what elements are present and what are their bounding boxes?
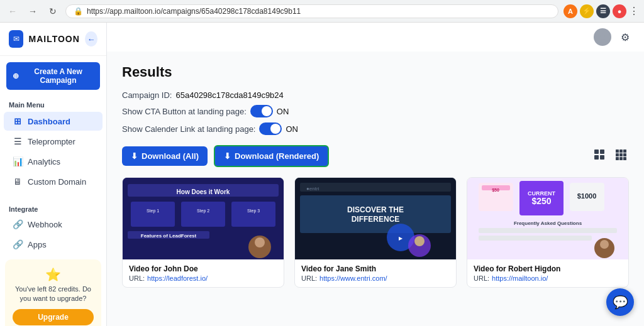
user-avatar[interactable] — [594, 28, 611, 46]
card-title-1: Video for Jane Smith — [301, 264, 450, 273]
result-card-0: How Does it Work Step 1 Step 2 Step 3 Fe… — [122, 177, 284, 288]
browser-chrome: ← → ↻ 🔒 https://app.mailtoon.io/campaign… — [0, 0, 644, 23]
card-url-value-1: https://www.entri.com/ — [319, 274, 387, 282]
svg-text:$250: $250 — [531, 196, 551, 206]
svg-point-1 — [599, 39, 606, 43]
svg-rect-49 — [479, 236, 592, 241]
url-text: https://app.mailtoon.io/campaigns/65a402… — [87, 7, 301, 16]
cta-toggle-switch[interactable] — [250, 105, 273, 117]
svg-rect-11 — [623, 153, 626, 156]
card-thumbnail-0: How Does it Work Step 1 Step 2 Step 3 Fe… — [123, 178, 284, 259]
main-menu-title: Main Menu — [0, 96, 106, 111]
svg-text:DIFFERENCE: DIFFERENCE — [352, 215, 400, 224]
integrate-title: Integrate — [0, 202, 106, 214]
upgrade-button[interactable]: Upgrade — [13, 309, 94, 325]
campaign-id-value: 65a40298c178cda8149c9b24 — [175, 90, 283, 100]
apps-icon: 🔗 — [13, 239, 23, 249]
sidebar-item-teleprompter-label: Teleprompter — [28, 137, 75, 146]
address-bar[interactable]: 🔒 https://app.mailtoon.io/campaigns/65a4… — [65, 4, 558, 18]
card-url-label-0: URL: — [129, 274, 145, 282]
card-url-row-0: URL: https://leadforest.io/ — [129, 274, 277, 282]
teleprompter-icon: ☰ — [13, 136, 23, 146]
svg-point-51 — [600, 240, 609, 249]
sidebar-item-teleprompter[interactable]: ☰ Teleprompter — [4, 132, 103, 151]
svg-rect-18 — [131, 202, 175, 227]
sidebar-item-dashboard-label: Dashboard — [28, 117, 70, 126]
ext-icon-b[interactable]: ⚡ — [580, 4, 594, 18]
plus-icon: ⊕ — [13, 72, 19, 80]
card-info-2: Video for Robert Higdon URL: https://mai… — [467, 259, 628, 287]
card-url-value-2: https://mailtoon.io/ — [492, 274, 548, 282]
svg-rect-4 — [594, 155, 599, 160]
create-campaign-button[interactable]: ⊕ Create A New Campaign — [6, 62, 100, 90]
cal-toggle-label: ON — [286, 124, 298, 134]
card-thumbnail-1: ●entri DISCOVER THE DIFFERENCE ▶ — [295, 178, 456, 259]
svg-rect-7 — [619, 149, 623, 153]
download-rendered-icon: ⬇ — [224, 151, 231, 161]
svg-text:Frequently Asked Questions: Frequently Asked Questions — [514, 220, 582, 226]
custom-domain-icon: 🖥 — [13, 177, 23, 187]
main-content: Results Campaign ID: 65a40298c178cda8149… — [107, 52, 644, 326]
app-layout: ✉ MAILTOON ← ⊕ Create A New Campaign Mai… — [0, 23, 644, 326]
svg-rect-31 — [300, 195, 451, 233]
svg-rect-48 — [479, 228, 617, 233]
upgrade-star-icon: ⭐ — [13, 267, 94, 282]
grid-icon — [594, 149, 605, 160]
download-all-button[interactable]: ⬇ Download (All) — [122, 146, 208, 166]
svg-rect-9 — [616, 153, 619, 156]
sidebar-item-webhook[interactable]: 🔗 Webhook — [4, 215, 103, 234]
top-header: ⚙ — [107, 23, 644, 52]
card-url-label-1: URL: — [301, 274, 317, 282]
svg-rect-12 — [616, 157, 619, 160]
ext-icon-d[interactable]: ● — [613, 4, 626, 18]
download-all-label: Download (All) — [142, 151, 199, 161]
sidebar-item-custom-domain[interactable]: 🖥 Custom Domain — [4, 172, 103, 191]
download-rendered-label: Download (Rendered) — [235, 151, 319, 161]
svg-rect-10 — [619, 153, 623, 156]
sidebar-item-analytics[interactable]: 📊 Analytics — [4, 152, 103, 171]
ext-icon-c[interactable]: ☰ — [596, 4, 610, 18]
download-rendered-button[interactable]: ⬇ Download (Rendered) — [214, 145, 329, 167]
logo-text: MAILTOON — [28, 34, 79, 44]
results-grid: How Does it Work Step 1 Step 2 Step 3 Fe… — [122, 177, 629, 288]
browser-extensions: A ⚡ ☰ ● ⋮ — [564, 4, 639, 18]
browser-more-button[interactable]: ⋮ — [629, 5, 639, 17]
page-title: Results — [122, 64, 629, 80]
sidebar-item-analytics-label: Analytics — [28, 157, 60, 166]
campaign-id-row: Campaign ID: 65a40298c178cda8149c9b24 — [122, 90, 629, 100]
card-info-0: Video for John Doe URL: https://leadfore… — [123, 259, 284, 287]
cal-label: Show Calender Link at landing page: — [122, 124, 255, 134]
settings-button[interactable]: ⚙ — [616, 28, 634, 46]
forward-button[interactable]: → — [25, 4, 40, 19]
svg-rect-19 — [181, 202, 225, 227]
card-info-1: Video for Jane Smith URL: https://www.en… — [295, 259, 456, 287]
main-with-header: ⚙ Results Campaign ID: 65a40298c178cda81… — [107, 23, 644, 326]
sidebar-item-apps[interactable]: 🔗 Apps — [4, 235, 103, 254]
cta-label: Show CTA Button at landing page: — [122, 107, 247, 116]
svg-rect-5 — [600, 155, 604, 160]
view-icons — [591, 146, 629, 166]
cal-toggle-switch[interactable] — [259, 122, 282, 135]
upgrade-card: ⭐ You've left 82 credits. Do you want to… — [5, 259, 101, 326]
svg-point-37 — [414, 236, 425, 246]
sidebar-back-button[interactable]: ← — [85, 31, 97, 46]
svg-rect-2 — [594, 149, 599, 154]
dashboard-icon: ⊞ — [13, 116, 23, 126]
list-icon — [615, 149, 626, 160]
svg-text:Step 1: Step 1 — [147, 209, 159, 214]
svg-rect-6 — [616, 149, 619, 153]
cta-toggle-label: ON — [277, 107, 289, 116]
grid-view-button[interactable] — [591, 146, 608, 166]
back-button[interactable]: ← — [5, 4, 20, 19]
sidebar: ✉ MAILTOON ← ⊕ Create A New Campaign Mai… — [0, 23, 107, 326]
list-view-button[interactable] — [613, 146, 629, 166]
download-all-icon: ⬇ — [131, 151, 138, 161]
chat-button[interactable]: 💬 — [606, 288, 634, 316]
reload-button[interactable]: ↻ — [45, 4, 60, 19]
action-bar: ⬇ Download (All) ⬇ Download (Rendered) — [122, 145, 629, 167]
card-url-label-2: URL: — [474, 274, 489, 282]
svg-text:●entri: ●entri — [306, 186, 319, 192]
svg-text:Step 2: Step 2 — [197, 209, 209, 214]
sidebar-item-dashboard[interactable]: ⊞ Dashboard — [4, 112, 103, 131]
ext-icon-a[interactable]: A — [564, 4, 577, 18]
